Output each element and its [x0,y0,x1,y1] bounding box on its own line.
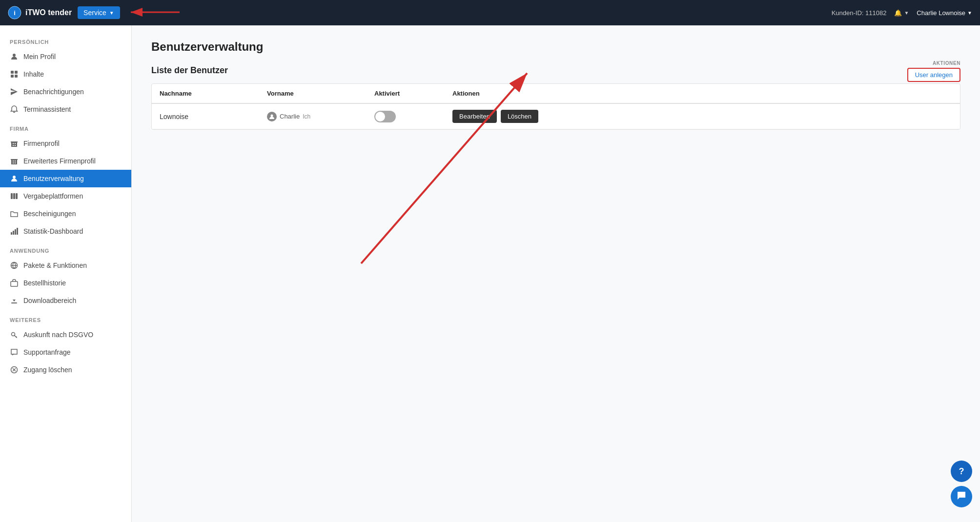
bearbeiten-button[interactable]: Bearbeiten [452,110,497,123]
sidebar-item-terminassistent[interactable]: Terminassistent [0,100,131,118]
sidebar-item-mein-profil[interactable]: Mein Profil [0,48,131,65]
service-label: Service [83,9,106,17]
sidebar-item-bestellhistorie[interactable]: Bestellhistorie [0,274,131,292]
sidebar-item-benachrichtigungen[interactable]: Benachrichtigungen [0,83,131,100]
main-content: Benutzerverwaltung Liste der Benutzer AK… [132,25,980,522]
sidebar-item-bescheinigungen[interactable]: Bescheinigungen [0,205,131,222]
sidebar-item-label: Bestellhistorie [23,279,66,287]
chat-icon [10,348,19,357]
sidebar-item-auskunft-dsgvo[interactable]: Auskunft nach DSGVO [0,326,131,343]
sidebar-item-vergabeplattformen[interactable]: Vergabeplattformen [0,187,131,205]
sidebar-item-label: Statistik-Dashboard [23,227,83,235]
key-icon [10,330,19,339]
service-button[interactable]: Service ▼ [78,6,120,19]
notifications-bell[interactable]: 🔔 ▼ [894,9,909,17]
globe-icon [10,261,19,270]
sidebar-item-supportanfrage[interactable]: Supportanfrage [0,343,131,361]
page-title: Benutzerverwaltung [151,40,960,54]
svg-rect-13 [15,145,16,146]
svg-rect-24 [16,193,18,199]
sidebar-section-label-personal: PERSÖNLICH [0,35,131,48]
svg-point-33 [12,333,15,336]
col-nachname: Nachname [160,90,267,97]
user-circle-icon [267,112,277,121]
sidebar-item-zugang-loschen[interactable]: Zugang löschen [0,361,131,379]
table-header: Nachname Vorname Aktiviert Aktionen [152,84,960,104]
sidebar-item-downloadbereich[interactable]: Downloadbereich [0,292,131,309]
chevron-down-icon: ▼ [109,10,114,16]
cell-aktionen: Bearbeiten Löschen [452,110,952,123]
question-icon: ? [959,466,964,477]
section-title: Liste der Benutzer [151,65,960,76]
customer-id: Kunden-ID: 111082 [832,9,887,17]
sidebar-item-statistik-dashboard[interactable]: Statistik-Dashboard [0,222,131,240]
bell-chevron: ▼ [904,10,909,16]
building-icon [10,139,19,148]
chat-bubble-icon [957,491,966,503]
sidebar-item-label: Zugang löschen [23,366,72,374]
svg-rect-25 [11,232,12,235]
sidebar-section-firma: FIRMA Firmenprofil Erweitertes Firmenpro… [0,122,131,240]
sidebar-item-erweitertes-firmenprofil[interactable]: Erweitertes Firmenprofil [0,152,131,170]
col-aktionen: Aktionen [452,90,952,97]
sidebar-item-label: Mein Profil [23,53,56,60]
toggle-aktiviert[interactable] [374,111,396,122]
person-icon [10,52,19,61]
chat-fab[interactable] [951,486,972,507]
svg-rect-10 [13,143,14,144]
svg-rect-12 [13,145,14,146]
svg-rect-31 [11,281,18,286]
floating-buttons: ? [951,461,972,507]
table-row: Lownoise Charlie Ich [152,104,960,129]
app-header: i iTWO tender Service ▼ Kunden-ID: 11108… [0,0,980,25]
sidebar-section-anwendung: ANWENDUNG Pakete & Funktionen Bestellhis… [0,244,131,309]
user-menu[interactable]: Charlie Lownoise ▼ [917,9,972,17]
sidebar-item-benutzerverwaltung[interactable]: Benutzerverwaltung [0,170,131,187]
sidebar-item-inhalte[interactable]: Inhalte [0,65,131,83]
vorname-text: Charlie [280,113,300,120]
help-fab[interactable]: ? [951,461,972,482]
sidebar-section-label-weiteres: WEITERES [0,313,131,326]
svg-rect-14 [11,141,18,142]
users-table: Nachname Vorname Aktiviert Aktionen Lown… [151,83,960,130]
svg-rect-6 [15,71,18,74]
cell-aktiviert [374,111,452,122]
logo: i iTWO tender [8,6,72,20]
sidebar-section-label-firma: FIRMA [0,122,131,135]
col-aktiviert: Aktiviert [374,90,452,97]
cell-vorname-wrapper: Charlie Ich [267,112,374,121]
chart-icon [10,227,19,236]
sidebar-item-pakete-funktionen[interactable]: Pakete & Funktionen [0,257,131,274]
user-anlegen-button[interactable]: User anlegen [907,68,960,82]
sidebar-item-label: Benachrichtigungen [23,88,84,96]
columns-icon [10,192,19,201]
svg-rect-26 [13,231,14,235]
svg-point-37 [271,114,273,117]
arrow-annotation [126,5,184,21]
svg-rect-5 [11,71,14,74]
svg-rect-19 [15,162,16,163]
ich-badge: Charlie Ich [267,112,374,121]
header-right: Kunden-ID: 111082 🔔 ▼ Charlie Lownoise ▼ [832,9,972,17]
sidebar-item-label: Benutzerverwaltung [23,175,84,182]
sidebar-item-firmenprofil[interactable]: Firmenprofil [0,135,131,152]
ich-label: Ich [303,113,310,120]
sidebar-item-label: Pakete & Funktionen [23,261,87,269]
sidebar-item-label: Bescheinigungen [23,210,76,218]
sidebar-item-label: Auskunft nach DSGVO [23,331,93,339]
sidebar-section-label-anwendung: ANWENDUNG [0,244,131,257]
svg-rect-20 [11,159,18,160]
svg-rect-18 [13,162,14,163]
loschen-button[interactable]: Löschen [501,110,538,123]
svg-rect-11 [15,143,16,144]
svg-point-4 [13,54,16,57]
sidebar-item-label: Vergabeplattformen [23,192,83,200]
person-admin-icon [10,174,19,183]
sidebar-item-label: Firmenprofil [23,140,60,147]
cell-nachname: Lownoise [160,113,267,120]
sidebar-item-label: Inhalte [23,70,44,78]
logo-icon: i [8,6,21,20]
svg-rect-32 [11,302,17,303]
sidebar-item-label: Terminassistent [23,105,71,113]
building2-icon [10,157,19,165]
